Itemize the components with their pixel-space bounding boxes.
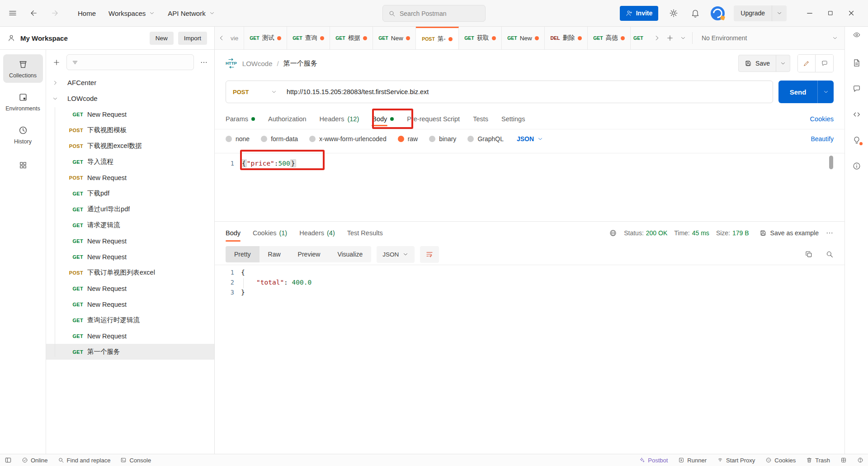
url-input[interactable]: http://10.15.15.205:28083/test.firstServ…	[284, 81, 773, 103]
collection-tree-item[interactable]: GET New Request	[46, 233, 214, 249]
collection-tree-item[interactable]: GET 导入流程	[46, 154, 214, 170]
documentation-button[interactable]	[852, 58, 861, 67]
response-view-tab[interactable]: Pretty	[226, 246, 259, 262]
add-collection-button[interactable]	[51, 57, 62, 68]
console-button[interactable]: Console	[120, 457, 151, 464]
collection-tree-item[interactable]: LOWcode	[46, 90, 214, 106]
postbot-button[interactable]: Postbot	[639, 457, 668, 464]
response-section-tab[interactable]: Headers (4)	[299, 222, 335, 244]
comments-button[interactable]	[852, 84, 861, 93]
collection-tree-item[interactable]: POST 下载视图excel数据	[46, 138, 214, 154]
request-section-tab[interactable]: Settings	[501, 109, 525, 129]
body-mode-radio[interactable]: x-www-form-urlencoded	[309, 135, 387, 143]
request-body-editor[interactable]: 1 {"price":500}	[215, 153, 844, 222]
response-view-tab[interactable]: Visualize	[329, 246, 371, 262]
edit-pencil-button[interactable]	[798, 55, 816, 72]
invite-button[interactable]: Invite	[620, 6, 659, 21]
open-request-tab[interactable]: GET 查询	[287, 27, 330, 49]
collections-more-button[interactable]	[198, 57, 210, 68]
open-request-tab[interactable]: GET	[631, 27, 650, 49]
global-search-input[interactable]: Search Postman	[382, 5, 486, 22]
body-mode-radio[interactable]: binary	[429, 135, 456, 143]
send-button[interactable]: Send	[778, 81, 834, 103]
environment-selector[interactable]: No Environment	[695, 27, 844, 49]
response-section-tab[interactable]: Cookies (1)	[253, 222, 287, 244]
collection-tree-item[interactable]: GET New Request	[46, 281, 214, 296]
response-section-tab[interactable]: Test Results	[347, 222, 383, 244]
body-mode-radio[interactable]: raw	[398, 135, 418, 143]
collections-filter-input[interactable]	[66, 54, 194, 70]
nav-back-button[interactable]	[28, 7, 40, 19]
response-body-viewer[interactable]: 1 { 2 "total": 400.0 3 }	[215, 265, 844, 454]
body-mode-radio[interactable]: none	[226, 135, 250, 143]
nav-forward-button[interactable]	[49, 7, 61, 19]
open-request-tab[interactable]: POST 第-	[416, 27, 459, 49]
request-section-tab[interactable]: Tests	[473, 109, 488, 129]
window-close-button[interactable]	[841, 4, 862, 23]
editor-scrollbar[interactable]	[829, 156, 833, 169]
collection-tree-item[interactable]: GET New Request	[46, 328, 214, 344]
connection-status[interactable]: Online	[22, 457, 48, 464]
import-button[interactable]: Import	[178, 32, 207, 45]
save-button[interactable]: Save	[738, 55, 790, 72]
collection-tree-item[interactable]: GET 下载pdf	[46, 185, 214, 201]
toggle-sidebar-button[interactable]	[5, 456, 12, 464]
trash-button[interactable]: Trash	[806, 457, 830, 464]
open-request-tab[interactable]: vie	[228, 27, 244, 49]
collection-tree-item[interactable]: AFCenter	[46, 75, 214, 90]
open-request-tab[interactable]: GET New	[373, 27, 416, 49]
save-options-button[interactable]	[776, 60, 790, 67]
comment-button[interactable]	[816, 55, 833, 72]
collection-tree-item[interactable]: GET 查询运行时逻辑流	[46, 312, 214, 328]
breadcrumb-collection[interactable]: LOWcode	[242, 60, 273, 67]
send-options-button[interactable]	[817, 81, 834, 103]
window-maximize-button[interactable]	[820, 4, 841, 23]
collection-tree-item[interactable]: GET New Request	[46, 296, 214, 312]
request-section-tab[interactable]: Body	[372, 109, 394, 129]
request-section-tab[interactable]: Authorization	[268, 109, 307, 129]
rail-item-environments[interactable]: Environments	[3, 87, 43, 116]
request-section-tab[interactable]: Pre-request Script	[407, 109, 460, 129]
chevron-down-icon[interactable]	[772, 10, 787, 16]
copy-response-button[interactable]	[805, 250, 813, 258]
request-section-tab[interactable]: Headers (12)	[320, 109, 359, 129]
find-and-replace-button[interactable]: Find and replace	[58, 457, 111, 464]
notifications-bell-button[interactable]	[689, 7, 702, 19]
start-proxy-button[interactable]: Start Proxy	[717, 457, 755, 464]
workspace-title[interactable]: My Workspace	[20, 34, 68, 42]
settings-gear-button[interactable]	[667, 7, 680, 19]
open-request-tab[interactable]: GET 高德	[588, 27, 631, 49]
cookies-button[interactable]: Cookies	[765, 457, 796, 464]
help-button[interactable]	[857, 457, 863, 463]
window-minimize-button[interactable]	[799, 4, 820, 23]
collection-tree-item[interactable]: GET 请求逻辑流	[46, 217, 214, 233]
rail-item-collections[interactable]: Collections	[3, 54, 43, 83]
method-selector[interactable]: POST	[226, 81, 284, 103]
collection-tree-item[interactable]: GET 第一个服务	[46, 344, 214, 360]
cookies-link[interactable]: Cookies	[810, 115, 834, 123]
rail-item-history[interactable]: History	[3, 120, 43, 149]
save-as-example-button[interactable]: Save as example	[760, 229, 819, 237]
collection-tree-item[interactable]: POST 下载订单视图列表excel	[46, 265, 214, 281]
open-request-tab[interactable]: GET 获取	[459, 27, 502, 49]
response-view-tab[interactable]: Raw	[259, 246, 289, 262]
open-request-tab[interactable]: GET 根据	[330, 27, 373, 49]
response-section-tab[interactable]: Body	[226, 222, 241, 244]
info-button[interactable]	[852, 162, 861, 171]
collection-tree-item[interactable]: POST 下载视图模板	[46, 122, 214, 138]
open-request-tab[interactable]: GET 测试	[244, 27, 287, 49]
nav-home[interactable]: Home	[78, 10, 96, 17]
response-more-button[interactable]	[826, 229, 834, 237]
new-tab-button[interactable]	[663, 27, 676, 49]
new-button[interactable]: New	[150, 32, 174, 45]
body-mode-radio[interactable]: form-data	[261, 135, 298, 143]
nav-api-network[interactable]: API Network	[168, 10, 215, 17]
response-language-selector[interactable]: JSON	[377, 246, 415, 263]
runner-button[interactable]: Runner	[678, 457, 707, 464]
upgrade-button[interactable]: Upgrade	[734, 5, 787, 21]
collection-tree-item[interactable]: GET New Request	[46, 106, 214, 122]
nav-workspaces[interactable]: Workspaces	[108, 10, 155, 17]
breadcrumb-request-name[interactable]: 第一个服务	[283, 59, 317, 68]
request-section-tab[interactable]: Params	[226, 109, 255, 129]
code-snippet-button[interactable]	[852, 110, 861, 119]
